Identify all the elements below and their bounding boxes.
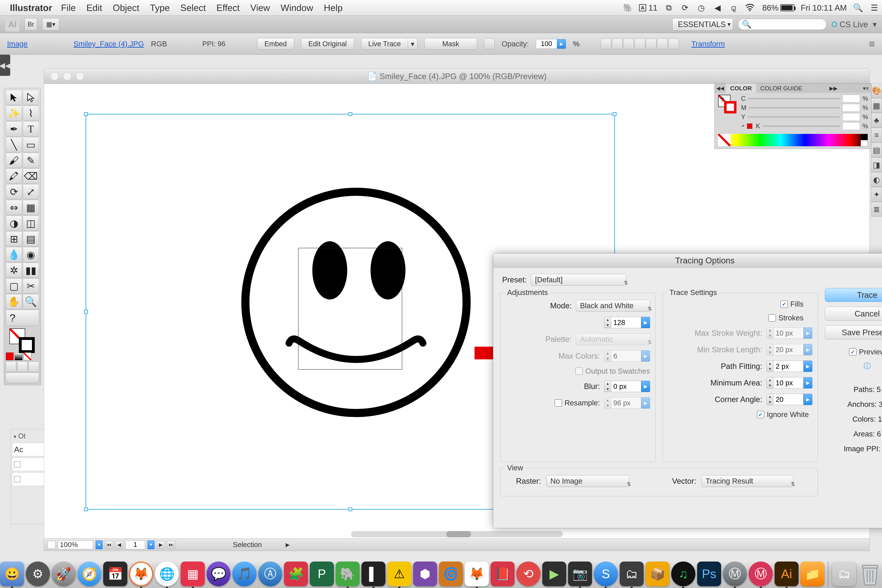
fill-stroke-swatch[interactable] bbox=[6, 327, 39, 351]
spectrum-bar[interactable] bbox=[718, 134, 868, 146]
eraser-tool[interactable]: ⌫ bbox=[23, 168, 39, 184]
dock-app-illustrator[interactable]: Ai bbox=[775, 561, 799, 586]
zoom-tool[interactable]: 🔍 bbox=[23, 294, 39, 309]
rotate-tool[interactable]: ⟳ bbox=[6, 184, 22, 200]
paintbrush-tool[interactable]: 🖌 bbox=[6, 153, 22, 168]
close-window-icon[interactable] bbox=[51, 72, 58, 80]
strokes-checkbox[interactable]: Strokes bbox=[769, 314, 804, 322]
artboard-tool[interactable]: ▢ bbox=[6, 278, 22, 294]
right-ic-gradient[interactable]: ▤ bbox=[871, 142, 882, 158]
blob-brush-tool[interactable]: 🖍 bbox=[6, 168, 22, 184]
first-artboard-button[interactable]: ⏮ bbox=[105, 541, 113, 549]
artboard-menu-button[interactable]: ▼ bbox=[147, 540, 154, 549]
dock-app-chrome[interactable]: 🌐 bbox=[155, 561, 179, 586]
y-slider[interactable] bbox=[748, 116, 840, 118]
minimize-window-icon[interactable] bbox=[63, 72, 71, 80]
live-trace-button[interactable]: Live Trace bbox=[361, 38, 408, 50]
dock-app-evernote[interactable]: 🐘 bbox=[336, 561, 360, 586]
dropbox-status-icon[interactable]: ⧉ bbox=[664, 3, 674, 13]
dock-app-red2[interactable]: 🧩 bbox=[284, 561, 308, 586]
embed-button[interactable]: Embed bbox=[257, 38, 294, 50]
volume-status-icon[interactable]: ◀ bbox=[712, 3, 722, 13]
adobe-status[interactable]: A 11 bbox=[639, 3, 657, 12]
k-slider[interactable] bbox=[763, 125, 840, 127]
menu-window[interactable]: Window bbox=[280, 3, 313, 13]
dock-app-red3[interactable]: ⟲ bbox=[516, 561, 540, 586]
pathfit-input[interactable]: ▲▼▶ bbox=[766, 361, 812, 372]
dock-app-purple[interactable]: ⬢ bbox=[413, 561, 437, 586]
left-extra-row-2[interactable] bbox=[12, 458, 44, 471]
lasso-tool[interactable]: ⌇ bbox=[23, 106, 39, 121]
menu-extras-icon[interactable]: ☰ bbox=[869, 3, 879, 13]
help-search-input[interactable]: 🔍 bbox=[738, 19, 826, 30]
dock-app-messages[interactable]: 💬 bbox=[207, 561, 231, 586]
menu-edit[interactable]: Edit bbox=[86, 3, 102, 13]
y-value[interactable] bbox=[842, 113, 860, 121]
raster-select[interactable]: No Image bbox=[546, 475, 629, 487]
pen-tool[interactable]: ✒ bbox=[6, 122, 22, 136]
dock-app-skype[interactable]: S bbox=[594, 561, 618, 586]
threshold-input[interactable]: ▲▼▶ bbox=[604, 317, 650, 328]
dock-app-dark2[interactable]: 📷 bbox=[568, 561, 592, 586]
trace-button[interactable]: Trace bbox=[825, 288, 882, 302]
menu-help[interactable]: Help bbox=[324, 3, 343, 13]
right-ic-color[interactable]: 🎨 bbox=[871, 83, 882, 98]
last-artboard-button[interactable]: ⏭ bbox=[167, 541, 175, 549]
dock-app-dark3[interactable]: 🗂 bbox=[620, 561, 644, 586]
wifi-status-icon[interactable] bbox=[745, 3, 755, 13]
dock-app-appstore[interactable]: Ⓐ bbox=[258, 561, 282, 586]
left-extra-row-3[interactable] bbox=[12, 472, 44, 486]
resample-checkbox[interactable]: Resample: bbox=[555, 399, 600, 407]
right-ic-appearance[interactable]: ◐ bbox=[871, 172, 882, 187]
handle-tl[interactable] bbox=[84, 112, 88, 116]
direct-selection-tool[interactable] bbox=[23, 90, 39, 105]
timemachine-status-icon[interactable]: ◷ bbox=[696, 3, 706, 13]
dock-app-orange2[interactable]: 📦 bbox=[645, 561, 669, 586]
align-btn-7[interactable] bbox=[668, 39, 679, 49]
gradient-tool[interactable]: ▤ bbox=[23, 231, 39, 246]
draw-inside[interactable] bbox=[28, 362, 39, 372]
mesh-tool[interactable]: ⊞ bbox=[6, 231, 22, 246]
handle-ml[interactable] bbox=[84, 310, 88, 314]
none-color-icon[interactable] bbox=[718, 134, 730, 146]
dock-app-launchpad[interactable]: 🚀 bbox=[52, 561, 76, 586]
panel-menu-icon[interactable]: ▾≡ bbox=[861, 85, 871, 92]
handle-bl[interactable] bbox=[84, 507, 88, 511]
right-ic-stroke[interactable]: ≡ bbox=[871, 128, 882, 142]
bridge-button[interactable]: Br bbox=[25, 18, 37, 30]
symbol-sprayer-tool[interactable]: ✲ bbox=[6, 262, 22, 278]
handle-bc[interactable] bbox=[348, 507, 352, 511]
dock-app-folder[interactable]: 📁 bbox=[800, 561, 824, 586]
vector-select[interactable]: Tracing Result bbox=[702, 475, 793, 487]
blur-input[interactable]: ▲▼▶ bbox=[604, 381, 650, 392]
battery-status[interactable]: 86% bbox=[761, 3, 794, 12]
dock-app-finder[interactable]: 😀 bbox=[0, 561, 24, 586]
none-swatch[interactable] bbox=[24, 352, 31, 360]
align-btn-4[interactable] bbox=[634, 39, 645, 49]
default-fill-stroke-tool[interactable]: ? bbox=[6, 310, 39, 326]
corner-input[interactable]: ▲▼▶ bbox=[766, 394, 812, 405]
slice-tool[interactable]: ✂ bbox=[23, 278, 39, 294]
perspective-tool[interactable]: ◫ bbox=[23, 216, 39, 231]
save-preset-button[interactable]: Save Preset... bbox=[825, 326, 882, 339]
preset-select[interactable]: [Default] bbox=[531, 274, 626, 286]
dock-trash-icon[interactable] bbox=[858, 561, 882, 586]
dock-app-red[interactable]: ▦ bbox=[181, 561, 205, 586]
dock-app-pink[interactable]: Ⓜ bbox=[748, 561, 772, 586]
clock-status[interactable]: Fri 10:11 AM bbox=[801, 3, 847, 12]
m-value[interactable] bbox=[842, 104, 860, 112]
opacity-input[interactable] bbox=[536, 39, 557, 49]
zoom-field[interactable]: 100% bbox=[58, 540, 93, 549]
gradient-swatch[interactable] bbox=[15, 352, 22, 360]
left-extra-row-1[interactable]: Ac bbox=[12, 443, 44, 456]
transform-link[interactable]: Transform bbox=[691, 40, 725, 48]
cs-live-button[interactable]: CS Live ▾ bbox=[832, 20, 877, 29]
menu-object[interactable]: Object bbox=[113, 3, 139, 13]
type-tool[interactable]: T bbox=[23, 122, 39, 136]
edit-original-button[interactable]: Edit Original bbox=[301, 38, 354, 50]
mode-select[interactable]: Black and White bbox=[576, 300, 650, 312]
align-btn-3[interactable] bbox=[623, 39, 634, 49]
panel-flyout-arrows[interactable]: ▶▶ bbox=[827, 85, 840, 92]
spotlight-icon[interactable]: 🔍 bbox=[853, 3, 863, 13]
last-color-swatch[interactable] bbox=[6, 352, 14, 360]
